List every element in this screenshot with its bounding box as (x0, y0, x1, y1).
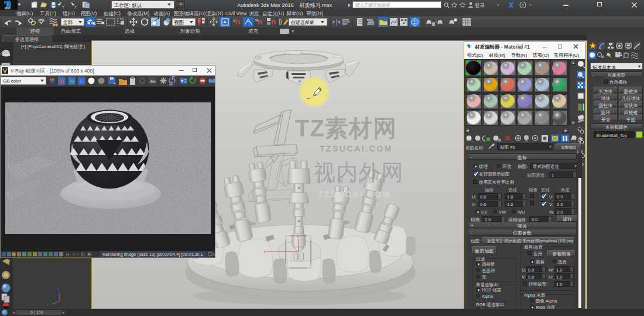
svg-text:3: 3 (233, 18, 235, 23)
svg-text:▾: ▾ (497, 3, 499, 7)
svg-text:≋: ≋ (213, 253, 215, 256)
svg-text:全部: 全部 (63, 19, 73, 25)
svg-text:G N W A E D U: G N W A E D U (316, 178, 386, 184)
svg-text:{}: {} (279, 19, 282, 25)
svg-text:R: R (60, 78, 64, 84)
svg-text:创建选择集: 创建选择集 (290, 20, 314, 25)
svg-text:y: y (47, 303, 49, 306)
svg-text:G: G (70, 78, 74, 84)
svg-text:%: % (255, 18, 259, 23)
svg-text:TZ素材网: TZ素材网 (295, 115, 397, 141)
svg-text:⊳⊲: ⊳⊲ (72, 252, 79, 256)
svg-text:▾: ▾ (529, 3, 532, 7)
svg-text:z: z (57, 287, 59, 290)
svg-text:视图: 视图 (174, 19, 184, 25)
svg-text:登录: 登录 (475, 2, 485, 8)
svg-text:H: H (66, 252, 69, 256)
svg-text:TZSUCAI.COM: TZSUCAI.COM (318, 190, 391, 199)
svg-text:Y: Y (263, 250, 266, 254)
svg-text:x: x (297, 234, 299, 238)
svg-text:?: ? (522, 3, 524, 8)
svg-text:TZSUCAI.COM: TZSUCAI.COM (320, 144, 393, 153)
svg-text:B: B (80, 78, 84, 84)
svg-text:Rendering image (pass 13) [00:: Rendering image (pass 13) [00:00:04.4] [… (102, 252, 203, 257)
